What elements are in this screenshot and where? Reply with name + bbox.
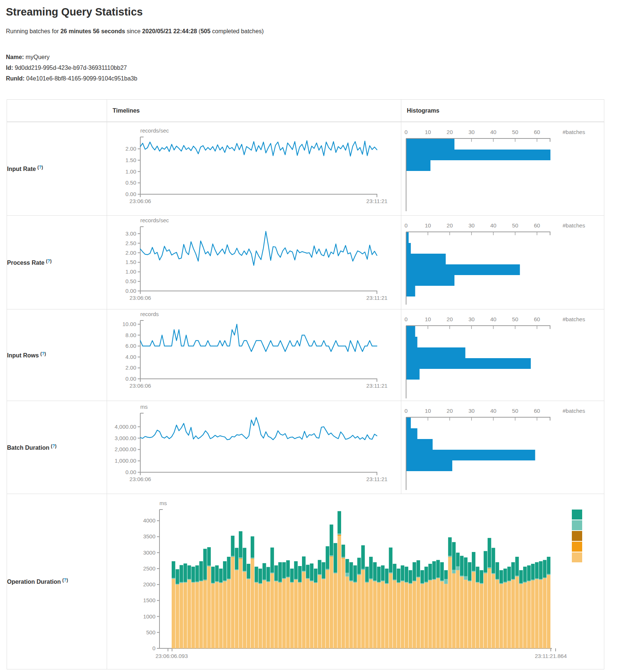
runid-value: 04e101e6-8bf8-4165-9099-9104c951ba3b: [26, 75, 137, 82]
streaming-statistics-page: Streaming Query Statistics Running batch…: [0, 0, 625, 672]
svg-text:23:11:21: 23:11:21: [366, 383, 387, 389]
input-rows-histogram-cell: 0102030405060#batches: [401, 309, 604, 401]
svg-text:3500: 3500: [143, 533, 155, 539]
operation-duration-legend: [572, 510, 582, 562]
running-prefix: Running batches for: [6, 28, 61, 34]
svg-text:2.00: 2.00: [126, 145, 136, 152]
query-meta: Name: myQuery Id: 9d0dd219-995d-423e-b97…: [6, 52, 625, 84]
legend-swatch: [572, 520, 582, 530]
svg-text:4.00: 4.00: [126, 354, 136, 360]
id-value: 9d0dd219-995d-423e-b97d-36931110bb27: [15, 65, 127, 71]
svg-text:60: 60: [534, 222, 540, 229]
svg-text:2.50: 2.50: [126, 240, 136, 246]
svg-text:30: 30: [468, 316, 475, 322]
svg-text:8.00: 8.00: [126, 332, 136, 338]
svg-text:20: 20: [447, 408, 453, 414]
query-runid-line: RunId: 04e101e6-8bf8-4165-9099-9104c951b…: [6, 73, 625, 84]
input-rate-timeline-chart: 0.000.501.001.502.00records/sec23:06:062…: [107, 122, 395, 215]
svg-text:30: 30: [468, 129, 475, 135]
input-rows-label-cell: Input Rows(?): [7, 309, 107, 401]
svg-text:23:06:06.093: 23:06:06.093: [155, 653, 188, 659]
id-label: Id:: [6, 65, 13, 71]
svg-text:1000: 1000: [143, 613, 155, 620]
help-question-icon[interactable]: ?: [42, 351, 44, 356]
svg-text:20: 20: [447, 222, 453, 229]
svg-text:0: 0: [405, 129, 408, 135]
svg-text:23:11:21: 23:11:21: [366, 476, 387, 482]
legend-swatch: [572, 552, 582, 562]
batch-duration-timeline-chart: 0.001,000.002,000.003,000.004,000.00ms23…: [107, 401, 395, 494]
input-rate-help-link[interactable]: (?): [37, 165, 43, 170]
empty-header-cell: [7, 100, 107, 122]
svg-text:1.00: 1.00: [126, 268, 136, 275]
svg-text:50: 50: [512, 222, 518, 229]
batch-duration-histogram-cell: 0102030405060#batches: [401, 401, 604, 494]
svg-text:60: 60: [534, 129, 540, 135]
svg-text:1.50: 1.50: [126, 157, 136, 163]
batch-duration-histogram-chart: 0102030405060#batches: [401, 401, 598, 494]
input-rows-timeline-chart: 0.002.004.006.008.0010.00records23:06:06…: [107, 309, 395, 401]
input-rows-help-link[interactable]: (?): [40, 351, 46, 356]
svg-text:0: 0: [405, 316, 408, 322]
help-paren-close: ): [42, 165, 43, 170]
process-rate-timeline-chart: 0.000.501.001.502.002.503.00records/sec2…: [107, 216, 395, 309]
svg-text:3,000.00: 3,000.00: [115, 435, 136, 441]
operation-duration-help-link[interactable]: (?): [62, 577, 68, 583]
svg-text:0.00: 0.00: [126, 469, 136, 475]
svg-text:23:06:06: 23:06:06: [130, 383, 151, 389]
row-label: Process Rate: [7, 260, 44, 266]
timelines-header: Timelines: [107, 100, 401, 122]
svg-text:4,000.00: 4,000.00: [115, 424, 136, 430]
svg-text:0: 0: [152, 645, 155, 651]
svg-text:2.00: 2.00: [126, 364, 136, 371]
svg-text:records/sec: records/sec: [140, 217, 169, 223]
svg-text:10.00: 10.00: [122, 321, 136, 327]
svg-text:23:06:06: 23:06:06: [130, 295, 151, 301]
help-paren-close: ): [66, 577, 68, 583]
legend-swatch: [572, 510, 582, 520]
batch-duration-timeline-cell: 0.001,000.002,000.003,000.004,000.00ms23…: [107, 401, 401, 494]
svg-text:0: 0: [405, 222, 408, 229]
process-rate-help-link[interactable]: (?): [46, 258, 51, 264]
svg-text:20: 20: [447, 316, 453, 322]
svg-text:2500: 2500: [143, 565, 155, 572]
row-label: Input Rows: [7, 352, 39, 359]
svg-text:1500: 1500: [143, 597, 155, 603]
svg-text:3.00: 3.00: [126, 230, 136, 237]
histograms-header: Histograms: [401, 100, 604, 122]
completed-batch-count: 505: [200, 28, 210, 34]
svg-text:records: records: [140, 311, 159, 317]
input-rows-timeline-cell: 0.002.004.006.008.0010.00records23:06:06…: [107, 309, 401, 401]
process-rate-label-cell: Process Rate(?): [7, 216, 107, 309]
svg-text:10: 10: [425, 316, 431, 322]
row-input-rows: Input Rows(?) 0.002.004.006.008.0010.00r…: [7, 309, 604, 401]
batch-duration-help-link[interactable]: (?): [51, 443, 56, 449]
svg-text:0.00: 0.00: [126, 376, 136, 382]
operation-duration-chart-cell: 05001000150020002500300035004000ms23:06:…: [107, 494, 604, 669]
svg-text:records/sec: records/sec: [140, 127, 169, 134]
svg-text:1,000.00: 1,000.00: [115, 457, 136, 464]
help-paren-close: ): [55, 443, 56, 449]
row-label: Operation Duration: [7, 579, 61, 585]
input-rows-histogram-chart: 0102030405060#batches: [401, 309, 598, 401]
help-question-icon[interactable]: ?: [52, 443, 55, 449]
table-header-row: Timelines Histograms: [7, 100, 604, 122]
svg-text:40: 40: [490, 316, 497, 322]
running-summary: Running batches for 26 minutes 56 second…: [6, 28, 625, 35]
svg-text:10: 10: [425, 408, 431, 414]
input-rate-label-cell: Input Rate(?): [7, 122, 107, 216]
svg-text:10: 10: [425, 129, 431, 135]
help-paren-close: ): [45, 351, 46, 356]
operation-duration-stacked-chart: 05001000150020002500300035004000ms23:06:…: [107, 494, 593, 669]
help-question-icon[interactable]: ?: [47, 258, 50, 264]
svg-text:1.00: 1.00: [126, 168, 136, 175]
svg-text:20: 20: [447, 129, 453, 135]
completed-suffix: completed batches): [210, 28, 264, 34]
query-name-line: Name: myQuery: [6, 52, 625, 62]
query-id-line: Id: 9d0dd219-995d-423e-b97d-36931110bb27: [6, 62, 625, 73]
help-paren-close: ): [50, 258, 52, 264]
help-question-icon[interactable]: ?: [39, 165, 41, 170]
row-input-rate: Input Rate(?) 0.000.501.001.502.00record…: [7, 122, 604, 216]
svg-text:23:11:21.864: 23:11:21.864: [535, 653, 567, 659]
row-process-rate: Process Rate(?) 0.000.501.001.502.002.50…: [7, 216, 604, 309]
